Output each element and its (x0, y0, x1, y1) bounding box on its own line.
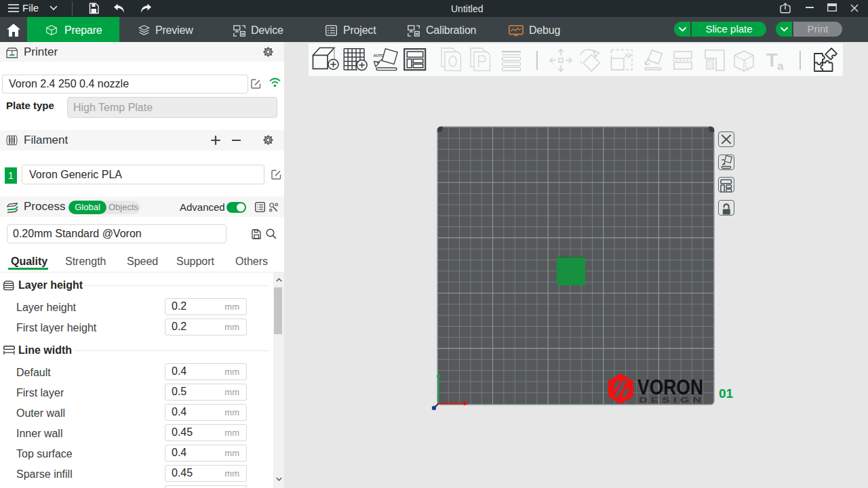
svg-text:VORON: VORON (637, 375, 703, 399)
svg-text:D E S I G N: D E S I G N (639, 396, 701, 404)
